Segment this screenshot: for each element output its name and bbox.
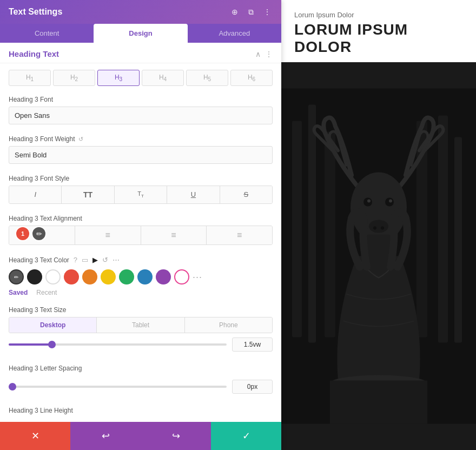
color-reset-icon[interactable]: ↺: [102, 256, 108, 264]
heading-tab-h6[interactable]: H6: [230, 70, 273, 86]
tab-bar: Content Design Advanced: [0, 24, 281, 43]
svg-point-13: [369, 220, 388, 233]
text-size-slider-row: [9, 333, 273, 354]
font-weight-select[interactable]: Semi Bold: [9, 146, 273, 164]
color-yellow[interactable]: [101, 269, 116, 284]
more-icon[interactable]: ⋮: [262, 6, 273, 17]
text-size-slider-fill: [9, 343, 52, 346]
size-tab-tablet[interactable]: Tablet: [97, 317, 184, 333]
text-size-value[interactable]: [232, 338, 273, 352]
panel-title: Text Settings: [9, 7, 62, 17]
tab-content[interactable]: Content: [0, 24, 94, 43]
align-right-button[interactable]: ≡: [141, 226, 207, 244]
color-purple[interactable]: [156, 269, 171, 284]
letter-spacing-value[interactable]: [232, 380, 273, 394]
redo-button[interactable]: ↪: [141, 422, 211, 450]
letter-spacing-label: Heading 3 Letter Spacing: [9, 365, 273, 372]
section-title: Heading Text: [9, 49, 59, 58]
font-style-label: Heading 3 Font Style: [9, 175, 273, 182]
color-red[interactable]: [64, 269, 79, 284]
color-black[interactable]: [27, 269, 42, 284]
letter-spacing-slider-thumb[interactable]: [9, 383, 16, 391]
letter-spacing-slider-row: [9, 375, 273, 396]
text-color-section: Heading 3 Text Color ? ▭ ▶ ↺ ⋯ ✏: [0, 250, 281, 301]
heading-tab-h3[interactable]: H3: [97, 70, 140, 86]
active-color-btn[interactable]: ✏: [9, 269, 24, 284]
tab-advanced[interactable]: Advanced: [188, 24, 281, 43]
save-button[interactable]: ✓: [211, 422, 281, 450]
size-tab-phone[interactable]: Phone: [185, 317, 272, 333]
svg-point-14: [373, 227, 376, 230]
text-size-slider-thumb[interactable]: [48, 341, 56, 348]
color-eyedropper-icon[interactable]: ▶: [92, 256, 98, 264]
section-header-icons: ∧ ⋮: [255, 50, 273, 58]
line-height-label: Heading 3 Line Height: [9, 407, 273, 414]
color-green[interactable]: [119, 269, 134, 284]
bottom-action-bar: ✕ ↩ ↪ ✓: [0, 422, 281, 450]
notification-badge-area: 1 ✏: [15, 226, 47, 241]
bold-button[interactable]: TT: [62, 186, 114, 203]
preview-text-area: Lorum Ipsum Dolor LORUM IPSUM DOLOR: [281, 0, 476, 62]
text-size-label: Heading 3 Text Size: [9, 306, 273, 314]
preview-subtitle: Lorum Ipsum Dolor: [294, 11, 463, 19]
color-blue[interactable]: [137, 269, 153, 284]
align-justify-button[interactable]: ≡: [207, 226, 272, 244]
font-select[interactable]: Open Sans: [9, 107, 273, 124]
settings-icon[interactable]: ⊕: [229, 6, 240, 17]
underline-button[interactable]: U: [167, 186, 220, 203]
collapse-icon[interactable]: ∧: [255, 50, 261, 58]
saved-recent-row: Saved Recent: [0, 288, 281, 301]
cancel-button[interactable]: ✕: [0, 422, 70, 450]
size-tab-desktop[interactable]: Desktop: [9, 317, 97, 333]
notification-count-badge: 1: [15, 226, 30, 241]
small-button[interactable]: TT: [115, 186, 167, 203]
undo-button[interactable]: ↩: [70, 422, 141, 450]
svg-rect-2: [308, 105, 316, 343]
svg-rect-1: [292, 121, 302, 338]
preview-panel: Lorum Ipsum Dolor LORUM IPSUM DOLOR: [281, 0, 476, 450]
font-group: Heading 3 Font Open Sans: [0, 90, 281, 130]
style-buttons: I TT TT U S: [9, 186, 273, 204]
reset-icon[interactable]: ↺: [78, 136, 83, 143]
italic-button[interactable]: I: [9, 186, 62, 203]
svg-point-15: [381, 227, 384, 230]
font-style-group: Heading 3 Font Style I TT TT U S: [0, 169, 281, 209]
letter-spacing-slider-track: [9, 386, 227, 388]
color-orange[interactable]: [82, 269, 97, 284]
align-buttons: ≡ ≡ ≡ ≡: [9, 226, 273, 245]
heading-tab-h1[interactable]: H1: [9, 70, 51, 86]
color-more-icon[interactable]: ⋯: [113, 256, 120, 264]
saved-btn[interactable]: Saved: [9, 289, 28, 296]
text-size-group: Heading 3 Text Size Desktop Tablet Phone: [0, 301, 281, 359]
size-tabs: Desktop Tablet Phone: [9, 317, 273, 333]
font-weight-label: Heading 3 Font Weight ↺: [9, 135, 273, 143]
color-palette-icon[interactable]: ▭: [82, 256, 88, 264]
panel-header-icons: ⊕ ⧉ ⋮: [229, 6, 273, 17]
expand-icon[interactable]: ⧉: [246, 6, 256, 17]
text-color-label: Heading 3 Text Color: [9, 256, 69, 264]
color-help-icon[interactable]: ?: [74, 256, 77, 264]
deer-scene-svg: [281, 62, 476, 450]
heading-tab-h4[interactable]: H4: [142, 70, 184, 86]
section-header: Heading Text ∧ ⋮: [0, 43, 281, 63]
tab-design[interactable]: Design: [94, 24, 187, 43]
heading-tab-h2[interactable]: H2: [53, 70, 95, 86]
color-palette-row: ✏ ···: [0, 267, 281, 288]
edit-pencil-button[interactable]: ✏: [31, 226, 47, 241]
svg-point-11: [367, 200, 371, 203]
preview-title: LORUM IPSUM DOLOR: [294, 21, 463, 56]
color-white[interactable]: [45, 269, 61, 284]
color-custom[interactable]: [174, 269, 189, 284]
recent-btn[interactable]: Recent: [36, 289, 57, 296]
panel-header: Text Settings ⊕ ⧉ ⋮: [0, 0, 281, 24]
heading-tab-h5[interactable]: H5: [186, 70, 228, 86]
align-center-button[interactable]: ≡: [75, 226, 141, 244]
letter-spacing-group: Heading 3 Letter Spacing: [0, 359, 281, 401]
panel-body: Heading Text ∧ ⋮ H1 H2 H3 H4 H5 H6 Headi…: [0, 43, 281, 450]
font-weight-group: Heading 3 Font Weight ↺ Semi Bold: [0, 130, 281, 169]
font-label: Heading 3 Font: [9, 96, 273, 103]
svg-rect-5: [454, 137, 462, 343]
strikethrough-button[interactable]: S: [220, 186, 272, 203]
more-colors-btn[interactable]: ···: [193, 272, 202, 283]
section-more-icon[interactable]: ⋮: [265, 50, 273, 58]
